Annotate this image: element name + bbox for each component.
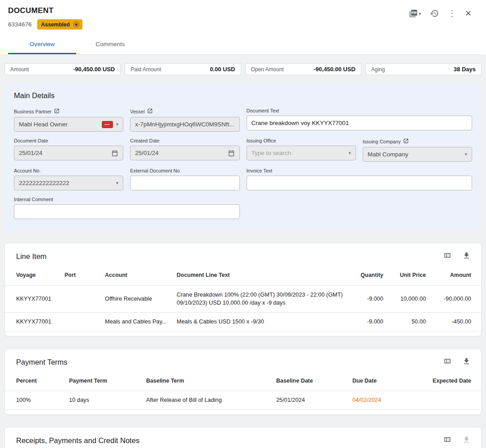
- invoice-text-input-wrap: [247, 176, 473, 190]
- column-header: Percent: [5, 371, 65, 391]
- business-partner-select[interactable]: Mabl Head Owner ••• ▾: [14, 117, 123, 132]
- download-icon[interactable]: [462, 251, 471, 262]
- field-value: Mabl Company: [368, 151, 408, 158]
- pdf-export-button[interactable]: ▾: [409, 9, 421, 18]
- chevron-down-icon: ▾: [73, 21, 80, 28]
- cell-baseline-term: After Release of Bill of Lading: [143, 391, 273, 410]
- receipts-section: Receipts, Payments and Credit Notes: [4, 427, 482, 448]
- column-header: Port: [61, 265, 101, 285]
- field-label: Business Partner: [14, 109, 52, 114]
- issuing-company-select[interactable]: Mabl Company ▾: [363, 147, 472, 162]
- section-title: Line Item: [16, 252, 47, 261]
- line-item-section: Line Item Voyage Port Account: [4, 243, 482, 336]
- external-link-icon[interactable]: [403, 138, 409, 145]
- tab-comments[interactable]: Comments: [76, 35, 144, 54]
- column-header: Baseline Term: [143, 371, 273, 391]
- section-title: Receipts, Payments and Credit Notes: [16, 436, 139, 445]
- invoice-text-input[interactable]: [252, 176, 468, 190]
- summary-value: -90,450.00 USD: [314, 66, 356, 73]
- summary-label: Aging: [371, 66, 385, 73]
- main-details-section: Main Details Business Partner Mabl Head …: [4, 83, 482, 231]
- field-value: x-7pMnHjyjimtxgHOq6WC0M9SNft...: [135, 121, 234, 128]
- field-vessel: Vessel x-7pMnHjyjimtxgHOq6WC0M9SNft...: [130, 108, 239, 132]
- summary-cards-row: Amount -90,450.00 USD Paid Amount 0.00 U…: [4, 63, 482, 75]
- field-value: 25/01/24: [19, 150, 43, 156]
- column-header: Quantity: [347, 265, 387, 285]
- cell-quantity: -9.000: [347, 312, 387, 331]
- external-document-no-input[interactable]: [135, 176, 234, 190]
- summary-card-open-amount: Open Amount -90,450.00 USD: [245, 63, 361, 75]
- field-business-partner: Business Partner Mabl Head Owner ••• ▾: [14, 108, 123, 132]
- column-settings-icon[interactable]: [443, 357, 451, 367]
- vessel-field[interactable]: x-7pMnHjyjimtxgHOq6WC0M9SNft...: [130, 117, 239, 132]
- chevron-down-icon: ▾: [116, 180, 119, 186]
- download-icon[interactable]: [462, 357, 471, 367]
- history-icon: [430, 9, 439, 18]
- field-label: Invoice Text: [247, 168, 273, 173]
- history-button[interactable]: [430, 9, 439, 18]
- column-settings-icon[interactable]: [443, 251, 451, 262]
- column-header: Baseline Date: [273, 371, 349, 391]
- cell-account: Meals and Cables Pay...: [101, 312, 173, 331]
- field-account-no: Account No. 222222222222222 ▾: [14, 168, 123, 190]
- cell-amount: -90,000.00: [430, 285, 481, 312]
- chevron-down-icon: ▾: [348, 150, 351, 156]
- more-options-button[interactable]: ⋮: [448, 9, 456, 17]
- column-header: Payment Term: [65, 371, 143, 391]
- account-no-select[interactable]: 222222222222222 ▾: [14, 176, 123, 190]
- page-title: DOCUMENT: [8, 6, 82, 15]
- cell-voyage: KKYYX77001: [5, 312, 61, 331]
- close-icon: ✕: [465, 9, 472, 17]
- table-row[interactable]: 100% 10 days After Release of Bill of La…: [5, 391, 481, 410]
- created-date-field[interactable]: 25/01/24: [130, 146, 239, 160]
- status-badge-dropdown[interactable]: Assembled ▾: [37, 19, 82, 30]
- field-issuing-company: Issuing Company Mabl Company ▾: [363, 138, 472, 162]
- partner-flag-badge[interactable]: •••: [102, 121, 113, 128]
- header-left: DOCUMENT 6334676 Assembled ▾: [8, 6, 82, 30]
- document-number: 6334676: [8, 21, 32, 28]
- external-link-icon[interactable]: [54, 108, 60, 115]
- payment-terms-section: Payment Terms Percent Payment Term Basel: [4, 349, 482, 415]
- table-row[interactable]: KKYYX77001 Offhire Receivable Crane Brea…: [5, 285, 481, 312]
- summary-value: 38 Days: [454, 66, 476, 73]
- field-label: Issuing Company: [363, 139, 401, 144]
- external-link-icon[interactable]: [147, 108, 153, 115]
- calendar-icon[interactable]: [111, 150, 118, 157]
- field-external-document-no: External Document No: [130, 168, 239, 190]
- document-text-input[interactable]: [252, 116, 468, 130]
- field-label: Account No.: [14, 168, 41, 173]
- section-title: Main Details: [14, 91, 472, 100]
- field-document-text: Document Text: [247, 108, 473, 132]
- column-header: Document Line Text: [173, 265, 347, 285]
- table-row[interactable]: KKYYX77001 Meals and Cables Pay... Meals…: [5, 312, 481, 331]
- close-button[interactable]: ✕: [465, 9, 472, 17]
- top-bar: DOCUMENT 6334676 Assembled ▾ ▾: [0, 0, 486, 55]
- tab-overview[interactable]: Overview: [8, 35, 76, 54]
- summary-value: -90,450.00 USD: [73, 66, 115, 73]
- document-date-field[interactable]: 25/01/24: [14, 146, 123, 160]
- internal-comment-input-wrap: [14, 204, 240, 219]
- chevron-down-icon: ▾: [464, 151, 467, 157]
- cell-unit-price: 50.00: [387, 312, 430, 331]
- column-header: Due Date: [349, 371, 409, 391]
- summary-card-amount: Amount -90,450.00 USD: [4, 63, 121, 75]
- chevron-down-icon: ▾: [419, 11, 421, 16]
- internal-comment-input[interactable]: [19, 205, 235, 219]
- field-invoice-text: Invoice Text: [247, 168, 473, 190]
- cell-line-text: Crane Breakdown 100% (22:00 (GMT) 30/09/…: [173, 285, 347, 312]
- field-label: External Document No: [130, 168, 180, 173]
- header-actions: ▾ ⋮ ✕: [409, 6, 479, 18]
- calendar-icon[interactable]: [228, 150, 235, 157]
- summary-label: Paid Amount: [130, 66, 161, 73]
- cell-line-text: Meals & Cables USD 1500 x -9/30: [173, 312, 347, 331]
- issuing-office-select[interactable]: Type to search. ▾: [247, 146, 356, 160]
- pdf-icon: [409, 9, 418, 18]
- cell-payment-term: 10 days: [65, 391, 143, 410]
- external-document-no-input-wrap: [130, 176, 239, 190]
- chevron-down-icon: ▾: [116, 121, 119, 127]
- field-value: Mabl Head Owner: [19, 121, 68, 128]
- field-label: Created Date: [130, 138, 159, 143]
- column-settings-icon[interactable]: [443, 435, 451, 446]
- field-document-date: Document Date 25/01/24: [14, 138, 123, 162]
- field-label: Issuing Office: [247, 138, 276, 143]
